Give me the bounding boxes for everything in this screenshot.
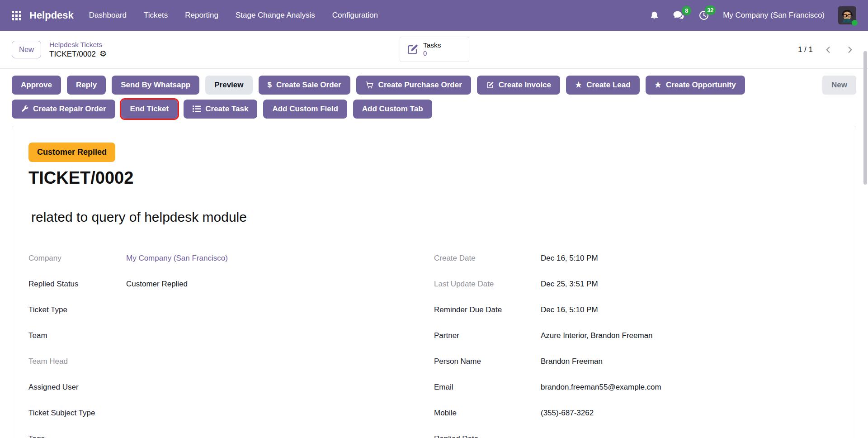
action-button-label: Create Opportunity [666, 81, 736, 90]
field-label: Ticket Type [28, 305, 126, 314]
menu-item-dashboard[interactable]: Dashboard [89, 11, 127, 20]
top-navbar: Helpdesk DashboardTicketsReportingStage … [0, 0, 868, 31]
field-row-replied-status: Replied StatusCustomer Replied [28, 280, 434, 295]
scrollbar-thumb[interactable] [863, 51, 867, 185]
activities-count-badge: 32 [705, 5, 716, 15]
field-row-assigned-user: Assigned User [28, 383, 434, 398]
action-button-create-opportunity[interactable]: ★Create Opportunity [646, 76, 745, 95]
new-record-button[interactable]: New [12, 41, 41, 58]
pager-next-button[interactable] [844, 43, 856, 56]
field-label: Reminder Due Date [434, 305, 541, 314]
field-value: (355)-687-3262 [541, 409, 594, 418]
field-label: Tags [28, 434, 126, 438]
action-button-create-task[interactable]: Create Task [184, 100, 257, 119]
wrench-icon [21, 105, 28, 113]
menu-item-configuration[interactable]: Configuration [332, 11, 378, 20]
breadcrumb-parent-link[interactable]: Helpdesk Tickets [49, 40, 107, 49]
field-grid: CompanyMy Company (San Francisco)Replied… [28, 254, 856, 438]
action-button-end-ticket[interactable]: End Ticket [121, 100, 178, 119]
action-button-label: End Ticket [130, 105, 169, 114]
company-switcher[interactable]: My Company (San Francisco) [723, 11, 825, 20]
action-button-create-repair-order[interactable]: Create Repair Order [12, 100, 115, 119]
action-button-label: Add Custom Field [272, 105, 338, 114]
field-label: Last Update Date [434, 280, 541, 289]
pager-text: 1 / 1 [798, 45, 813, 54]
field-row-ticket-type: Ticket Type [28, 305, 434, 321]
field-row-ticket-subject-type: Ticket Subject Type [28, 409, 434, 424]
star-icon: ★ [655, 81, 661, 90]
action-button-label: Create Repair Order [33, 105, 106, 114]
field-row-reminder-due-date: Reminder Due DateDec 16, 5:10 PM [434, 305, 840, 321]
field-value: Customer Replied [126, 280, 188, 289]
action-button-label: Create Purchase Order [378, 81, 462, 90]
action-button-create-sale-order[interactable]: $Create Sale Order [259, 76, 350, 95]
field-row-mobile: Mobile(355)-687-3262 [434, 409, 840, 424]
action-button-label: Reply [76, 81, 97, 90]
field-row-last-update-date: Last Update DateDec 25, 3:51 PM [434, 280, 840, 295]
dollar-icon: $ [268, 81, 272, 90]
user-avatar[interactable] [838, 6, 856, 24]
field-label: Company [28, 254, 126, 263]
tasks-button-label: Tasks [423, 41, 441, 50]
action-button-label: Create Sale Order [276, 81, 341, 90]
action-button-reply[interactable]: Reply [67, 76, 106, 95]
tasks-stat-button[interactable]: Tasks 0 [400, 37, 469, 62]
field-column-right: Create DateDec 16, 5:10 PMLast Update Da… [434, 254, 840, 438]
action-button-approve[interactable]: Approve [12, 76, 61, 95]
action-button-label: Preview [214, 81, 243, 90]
action-button-preview[interactable]: Preview [205, 76, 252, 95]
field-label: Assigned User [28, 383, 126, 392]
field-label: Person Name [434, 357, 541, 366]
control-panel: New Helpdesk Tickets TICKET/0002 ⚙ Tasks… [0, 31, 868, 69]
status-badge: Customer Replied [28, 143, 115, 162]
activities-clock-icon[interactable]: 32 [698, 10, 709, 21]
action-button-create-lead[interactable]: ★Create Lead [566, 76, 640, 95]
action-button-create-invoice[interactable]: Create Invoice [477, 76, 560, 95]
list-icon [193, 105, 201, 112]
action-button-label: Send By Whatsapp [121, 81, 190, 90]
scrollbar-track [863, 31, 868, 438]
field-row-replied-date: Replied Date [434, 434, 840, 438]
menu-item-stage-change-analysis[interactable]: Stage Change Analysis [236, 11, 315, 20]
app-brand[interactable]: Helpdesk [29, 10, 74, 21]
field-label: Mobile [434, 409, 541, 418]
messages-icon[interactable]: 8 [673, 10, 685, 20]
field-value[interactable]: My Company (San Francisco) [126, 254, 228, 263]
ticket-subject-field[interactable]: related to query of helpdesk module [28, 209, 856, 225]
online-status-dot [852, 20, 858, 26]
action-button-add-custom-tab[interactable]: Add Custom Tab [353, 100, 432, 119]
field-value: brandon.freeman55@example.com [541, 383, 661, 392]
action-row-1: ApproveReplySend By WhatsappPreview$Crea… [12, 76, 856, 95]
field-value: Dec 16, 5:10 PM [541, 254, 598, 263]
field-value: Azure Interior, Brandon Freeman [541, 331, 653, 340]
field-value: Brandon Freeman [541, 357, 603, 366]
tasks-button-count: 0 [423, 49, 441, 57]
field-row-company: CompanyMy Company (San Francisco) [28, 254, 434, 269]
action-row-2: Create Repair OrderEnd TicketCreate Task… [12, 100, 856, 119]
cart-icon [365, 81, 374, 89]
action-button-send-by-whatsapp[interactable]: Send By Whatsapp [112, 76, 199, 95]
chevron-left-icon [824, 45, 833, 54]
stage-badge-new[interactable]: New [822, 76, 856, 95]
menu-item-tickets[interactable]: Tickets [144, 11, 168, 20]
action-button-create-purchase-order[interactable]: Create Purchase Order [356, 76, 471, 95]
settings-gear-icon[interactable]: ⚙ [99, 50, 107, 58]
ticket-reference-title[interactable]: TICKET/0002 [28, 168, 856, 188]
notifications-bell-icon[interactable] [650, 10, 659, 21]
action-button-label: Create Invoice [499, 81, 551, 90]
chevron-right-icon [845, 45, 854, 54]
action-button-label: Add Custom Tab [362, 105, 423, 114]
field-label: Partner [434, 331, 541, 340]
field-row-tags: Tags [28, 434, 434, 438]
apps-grid-icon[interactable] [12, 11, 21, 20]
action-buttons-area: ApproveReplySend By WhatsappPreview$Crea… [0, 69, 868, 119]
main-menu: DashboardTicketsReportingStage Change An… [89, 11, 378, 20]
field-row-email: Emailbrandon.freeman55@example.com [434, 383, 840, 398]
menu-item-reporting[interactable]: Reporting [185, 11, 218, 20]
field-label: Replied Date [434, 434, 541, 438]
field-row-team-head: Team Head [28, 357, 434, 372]
field-row-partner: PartnerAzure Interior, Brandon Freeman [434, 331, 840, 347]
field-label: Create Date [434, 254, 541, 263]
pager-previous-button[interactable] [822, 43, 835, 56]
action-button-add-custom-field[interactable]: Add Custom Field [263, 100, 347, 119]
